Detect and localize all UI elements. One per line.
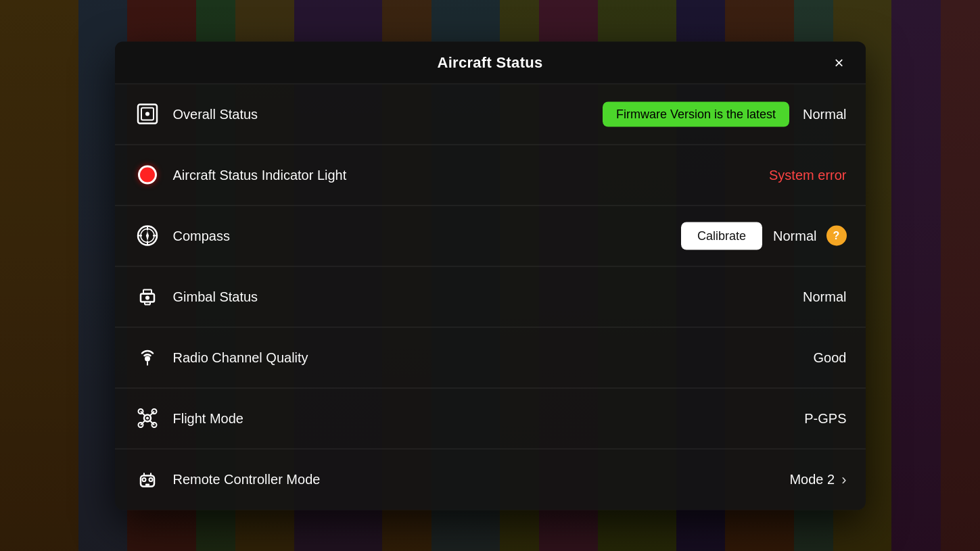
remote-controller-icon [134,466,161,493]
indicator-light-value: System error [769,167,846,183]
flight-mode-right: P-GPS [804,410,846,426]
modal-body: Overall Status Firmware Version is the l… [115,84,866,510]
indicator-light-label: Aircraft Status Indicator Light [173,167,770,183]
compass-label: Compass [173,228,682,243]
modal-header: Aircraft Status × [115,41,866,84]
close-button[interactable]: × [829,51,849,73]
calibrate-button[interactable]: Calibrate [681,222,762,249]
remote-controller-value: Mode 2 [789,472,835,487]
radio-channel-label: Radio Channel Quality [173,350,814,365]
overall-status-icon [134,101,161,128]
overall-status-label: Overall Status [173,106,603,122]
red-dot-indicator [138,166,157,185]
aircraft-status-modal: Aircraft Status × Overall Status Firmwar… [115,41,866,510]
compass-right: Calibrate Normal ? [681,222,847,249]
svg-rect-12 [143,290,151,294]
svg-point-30 [142,478,145,481]
gimbal-status-value: Normal [803,289,846,304]
compass-row: Compass Calibrate Normal ? [115,206,866,266]
svg-point-2 [145,112,149,116]
gimbal-icon [134,283,161,310]
svg-point-16 [145,296,149,300]
indicator-light-right: System error [769,167,846,183]
svg-point-28 [146,417,149,420]
overall-status-value: Normal [803,106,846,122]
compass-value: Normal [773,228,816,243]
gimbal-status-row: Gimbal Status Normal [115,266,866,327]
flight-mode-value: P-GPS [804,410,846,426]
radio-icon [134,344,161,371]
indicator-light-row: Aircraft Status Indicator Light System e… [115,145,866,206]
firmware-badge: Firmware Version is the latest [603,101,789,126]
svg-rect-34 [145,483,149,485]
indicator-light-icon [134,162,161,189]
modal-title: Aircraft Status [437,53,542,71]
gimbal-status-right: Normal [803,289,846,304]
remote-controller-right: Mode 2 › [789,471,846,488]
overall-status-right: Firmware Version is the latest Normal [603,101,847,126]
radio-channel-right: Good [814,350,847,365]
flight-mode-label: Flight Mode [173,410,805,426]
flight-mode-row: Flight Mode P-GPS [115,388,866,449]
flight-mode-icon [134,405,161,432]
svg-point-17 [145,356,150,362]
chevron-right-icon: › [841,471,846,488]
compass-icon [134,222,161,249]
radio-channel-row: Radio Channel Quality Good [115,327,866,388]
radio-channel-value: Good [814,350,847,365]
remote-controller-row[interactable]: Remote Controller Mode Mode 2 › [115,449,866,510]
compass-help-icon[interactable]: ? [826,226,847,246]
svg-point-31 [149,478,152,481]
remote-controller-label: Remote Controller Mode [173,472,790,487]
gimbal-status-label: Gimbal Status [173,289,803,304]
overall-status-row: Overall Status Firmware Version is the l… [115,84,866,145]
